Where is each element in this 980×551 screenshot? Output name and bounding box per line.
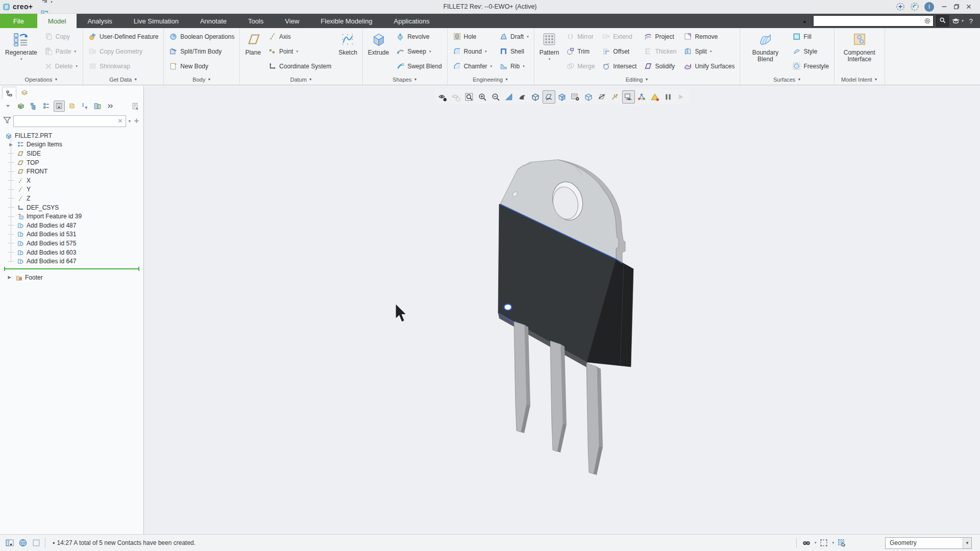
model-sync-add-icon[interactable] <box>895 1 906 12</box>
expand-arrow-icon[interactable]: ▶ <box>6 275 13 280</box>
tree-filter-icon[interactable] <box>79 101 90 112</box>
user-defined-feature-button[interactable]: User-Defined Feature <box>86 30 161 43</box>
graphics-display-options-icon[interactable] <box>622 90 635 104</box>
web-browser-icon[interactable] <box>17 537 29 548</box>
regenerate-button[interactable]: Regenerate▾ <box>2 29 41 74</box>
tab-tools[interactable]: Tools <box>237 14 274 28</box>
named-views-icon[interactable] <box>556 90 569 104</box>
overflow-icon[interactable] <box>105 101 116 112</box>
list-view-icon[interactable] <box>41 101 52 112</box>
layer-tree-tab[interactable] <box>17 87 32 99</box>
tab-live-simulation[interactable]: Live Simulation <box>123 14 189 28</box>
display-style-icon[interactable] <box>529 90 542 104</box>
zoom-in-icon[interactable] <box>476 90 489 104</box>
sketch-button[interactable]: Sketch <box>335 29 361 74</box>
pause-icon[interactable] <box>662 90 675 104</box>
refit-icon[interactable] <box>463 90 476 104</box>
remove-button[interactable]: Remove <box>681 30 737 43</box>
boolean-operations-button[interactable]: Boolean Operations <box>166 30 237 43</box>
split-trim-body-button[interactable]: Split/Trim Body <box>166 44 237 58</box>
tree-item-import-feature-id-39[interactable]: Import Feature id 39 <box>0 212 143 221</box>
sweep-button[interactable]: Sweep▾ <box>394 44 444 58</box>
select-visible-icon[interactable] <box>836 537 847 548</box>
regenerate-dropdown-icon[interactable]: ▾ <box>20 57 22 61</box>
selection-filter-select[interactable]: Geometry ▼ <box>885 537 972 549</box>
round-button[interactable]: Round▾ <box>450 44 495 58</box>
shell-button[interactable]: Shell <box>497 44 531 58</box>
tree-item-design-items[interactable]: ▶Design Items <box>0 140 143 149</box>
repaint-icon[interactable] <box>503 90 516 104</box>
tab-applications[interactable]: Applications <box>383 14 440 28</box>
wrap-display-icon[interactable] <box>66 101 78 112</box>
axis-button[interactable]: Axis <box>265 30 334 43</box>
tab-view[interactable]: View <box>274 14 310 28</box>
tree-item-y[interactable]: Y <box>0 185 143 194</box>
panel-toggle-icon[interactable] <box>4 537 15 548</box>
point-dropdown-icon[interactable]: ▾ <box>296 49 298 54</box>
offset-button[interactable]: Offset <box>599 44 639 58</box>
tree-item-side[interactable]: SIDE <box>0 149 143 158</box>
clear-filter-icon[interactable]: ✕ <box>115 117 126 124</box>
datum-point-marker[interactable] <box>504 304 512 310</box>
tree-item-add-bodies-id-647[interactable]: Add Bodies id 647 <box>0 257 143 266</box>
lead-left[interactable] <box>514 321 530 433</box>
intersect-button[interactable]: Intersect <box>599 59 639 73</box>
revolve-button[interactable]: Revolve <box>394 30 444 43</box>
add-filter-icon[interactable]: + <box>133 116 140 126</box>
split-button[interactable]: Split▾ <box>681 44 737 58</box>
draft-button[interactable]: Draft▾ <box>497 30 531 43</box>
model-tree-tab[interactable] <box>2 87 16 99</box>
freestyle-button[interactable]: Freestyle <box>790 59 831 73</box>
collapse-ribbon-icon[interactable]: ▲ <box>798 14 811 28</box>
pattern-button[interactable]: Pattern▾ <box>536 29 563 74</box>
tab-annotate[interactable]: Annotate <box>189 14 237 28</box>
new-body-button[interactable]: New Body <box>166 59 237 73</box>
blank-panel-icon[interactable] <box>31 537 42 548</box>
zoom-out-icon[interactable] <box>489 90 502 104</box>
help-icon[interactable]: ? <box>966 17 976 25</box>
tree-item-def-csys[interactable]: DEF_CSYS <box>0 203 143 212</box>
show-hide-items-icon[interactable] <box>436 90 449 104</box>
model-sync-restore-icon[interactable] <box>909 1 920 12</box>
find-icon[interactable] <box>801 537 812 548</box>
tab-file[interactable]: File <box>0 14 37 28</box>
shading-options-icon[interactable] <box>516 90 529 104</box>
column-display-icon[interactable] <box>54 101 65 112</box>
section-icon[interactable] <box>596 90 608 104</box>
hole-button[interactable]: Hole <box>450 30 495 43</box>
gear-icon[interactable] <box>922 17 933 24</box>
graphics-area[interactable] <box>144 86 980 534</box>
point-button[interactable]: Point▾ <box>265 44 334 58</box>
fill-button[interactable]: Fill <box>790 30 831 43</box>
extrude-button[interactable]: Extrude <box>364 29 393 74</box>
chamfer-dropdown-icon[interactable]: ▾ <box>491 64 493 68</box>
ribbon-group-label-model-intent[interactable]: Model Intent▼ <box>836 74 883 85</box>
unify-surfaces-button[interactable]: Unify Surfaces <box>681 59 737 73</box>
boundary-blend-button[interactable]: Boundary Blend <box>742 29 789 74</box>
learning-center-icon[interactable]: ▾ <box>951 17 964 24</box>
ribbon-group-label-get-data[interactable]: Get Data▼ <box>85 74 162 85</box>
tree-columns-icon[interactable] <box>92 101 103 112</box>
draft-dropdown-icon[interactable]: ▾ <box>527 35 529 39</box>
tree-item-top[interactable]: TOP <box>0 158 143 167</box>
ribbon-group-label-datum[interactable]: Datum▼ <box>241 74 360 85</box>
rib-dropdown-icon[interactable]: ▾ <box>523 64 525 68</box>
ribbon-group-label-editing[interactable]: Editing▼ <box>536 74 739 85</box>
tab-model[interactable]: Model <box>37 14 77 28</box>
plane-button[interactable]: Plane <box>241 29 264 74</box>
ribbon-group-label-surfaces[interactable]: Surfaces▼ <box>742 74 832 85</box>
chamfer-button[interactable]: Chamfer▾ <box>450 59 495 73</box>
lead-middle[interactable] <box>550 341 567 453</box>
selection-box-icon[interactable] <box>818 537 829 548</box>
insertion-locator[interactable] <box>4 268 139 269</box>
capture-image-icon[interactable] <box>569 90 582 104</box>
tree-item-fillet2-prt[interactable]: FILLET2.PRT <box>0 131 143 140</box>
hierarchy-view-icon[interactable] <box>28 101 39 112</box>
redo-dropdown-icon[interactable]: ▾ <box>51 0 53 4</box>
tab-flexible-modeling[interactable]: Flexible Modeling <box>310 14 383 28</box>
rib-button[interactable]: Rib▾ <box>497 59 531 73</box>
tree-item-add-bodies-id-531[interactable]: Add Bodies id 531 <box>0 230 143 239</box>
dragger-3d-icon[interactable] <box>635 90 648 104</box>
tree-settings-icon[interactable] <box>130 101 141 112</box>
view-manager-icon[interactable] <box>582 90 595 104</box>
